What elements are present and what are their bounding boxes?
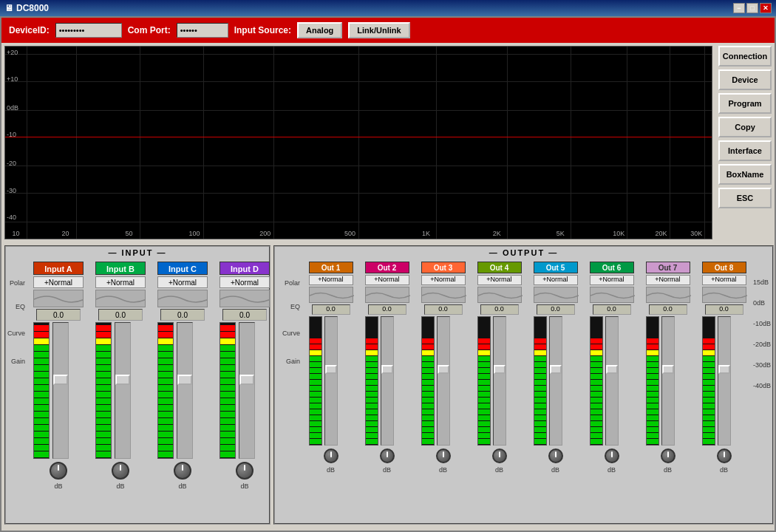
- com-port-input[interactable]: [177, 23, 228, 38]
- input-d-eq: [219, 290, 270, 307]
- out-5-fader[interactable]: [549, 316, 562, 446]
- input-a-fader-handle[interactable]: [53, 375, 68, 385]
- out-6-name[interactable]: Out 6: [590, 262, 634, 273]
- out-1-db-label: dB: [327, 466, 335, 474]
- input-a-name[interactable]: Input A: [33, 262, 84, 275]
- out-3-fader-handle[interactable]: [438, 365, 449, 374]
- out-6-fader-handle[interactable]: [606, 365, 618, 374]
- out-3-polar[interactable]: +Normal: [421, 275, 466, 285]
- out-2-vu: [365, 316, 378, 446]
- device-button[interactable]: Device: [718, 69, 772, 90]
- input-b-polar[interactable]: +Normal: [95, 276, 146, 288]
- input-title: — INPUT —: [7, 248, 268, 257]
- input-source-button[interactable]: Analog: [297, 22, 342, 38]
- out-5-polar[interactable]: +Normal: [534, 275, 578, 285]
- copy-button[interactable]: Copy: [718, 117, 772, 137]
- out-1-fader[interactable]: [324, 316, 338, 446]
- out-eq-label: EQ: [276, 303, 300, 310]
- out-2-db-label: dB: [383, 466, 391, 474]
- out-1-fader-handle[interactable]: [325, 365, 337, 374]
- esc-button[interactable]: ESC: [718, 188, 772, 208]
- out-2-knob[interactable]: [380, 449, 395, 463]
- out-3-vu: [421, 316, 435, 446]
- input-b-vu: [95, 322, 112, 459]
- input-d-polar[interactable]: +Normal: [219, 276, 270, 288]
- output-row-labels: Polar EQ Curve Gain: [276, 260, 303, 378]
- out-1-name[interactable]: Out 1: [309, 262, 353, 273]
- link-unlink-button[interactable]: Link/Unlink: [348, 22, 409, 38]
- out-7-polar[interactable]: +Normal: [646, 275, 690, 285]
- out-7-fader-handle[interactable]: [662, 365, 674, 374]
- out-4-name[interactable]: Out 4: [477, 262, 522, 273]
- output-channel-2: Out 2 +Normal 0.0: [359, 260, 415, 475]
- out-6-polar[interactable]: +Normal: [590, 275, 634, 285]
- out-7-name[interactable]: Out 7: [646, 262, 690, 273]
- input-b-fader[interactable]: [115, 322, 131, 459]
- input-c-fader[interactable]: [177, 322, 193, 459]
- input-b-gain: 0.0: [98, 309, 143, 321]
- out-8-fader[interactable]: [718, 316, 731, 446]
- out-7-knob[interactable]: [661, 449, 675, 463]
- out-4-knob[interactable]: [492, 449, 507, 463]
- out-8-name[interactable]: Out 8: [702, 262, 746, 273]
- input-a-gain: 0.0: [36, 309, 81, 321]
- close-button[interactable]: ✕: [760, 3, 772, 13]
- input-row-labels: Polar EQ Curve Gain: [7, 260, 28, 378]
- out-4-polar[interactable]: +Normal: [477, 275, 522, 285]
- connection-button[interactable]: Connection: [718, 46, 772, 66]
- out-8-gain: 0.0: [705, 304, 743, 315]
- out-1-polar[interactable]: +Normal: [309, 275, 353, 285]
- header-bar: DeviceID: Com Port: Input Source: Analog…: [1, 18, 775, 43]
- out-2-fader-handle[interactable]: [381, 365, 393, 374]
- input-a-knob[interactable]: [50, 462, 67, 480]
- out-2-fader[interactable]: [381, 316, 394, 446]
- out-3-name[interactable]: Out 3: [421, 262, 466, 273]
- app-title: DC8000: [16, 3, 49, 13]
- input-c-polar[interactable]: +Normal: [157, 276, 208, 288]
- out-2-name[interactable]: Out 2: [365, 262, 409, 273]
- maximize-button[interactable]: □: [746, 3, 758, 13]
- out-4-fader-handle[interactable]: [494, 365, 506, 374]
- input-d-fader-handle[interactable]: [239, 375, 254, 385]
- input-b-knob[interactable]: [112, 462, 129, 480]
- out-2-polar[interactable]: +Normal: [365, 275, 409, 285]
- out-8-fader-handle[interactable]: [718, 365, 730, 374]
- out-7-fader[interactable]: [661, 316, 675, 446]
- out-8-polar[interactable]: +Normal: [702, 275, 746, 285]
- input-c-knob[interactable]: [174, 462, 191, 480]
- title-bar: 🖥 DC8000 − □ ✕: [0, 0, 776, 16]
- out-3-knob[interactable]: [436, 449, 451, 463]
- input-b-name[interactable]: Input B: [95, 262, 146, 275]
- out-1-knob[interactable]: [324, 449, 338, 463]
- eq-label: EQ: [7, 303, 25, 310]
- out-5-fader-handle[interactable]: [550, 365, 562, 374]
- interface-button[interactable]: Interface: [718, 140, 772, 161]
- input-a-meter-fader: [33, 322, 84, 459]
- minimize-button[interactable]: −: [733, 3, 745, 13]
- out-5-name[interactable]: Out 5: [534, 262, 578, 273]
- input-a-fader[interactable]: [52, 322, 69, 459]
- input-section: — INPUT — Polar EQ Curve Gain Input A +N…: [4, 245, 270, 525]
- out-4-meter-fader: [477, 316, 522, 446]
- input-channels: Input A +Normal 0.0: [28, 260, 275, 491]
- out-3-fader[interactable]: [437, 316, 450, 446]
- out-1-gain: 0.0: [312, 304, 350, 315]
- input-a-polar[interactable]: +Normal: [33, 276, 84, 288]
- out-5-knob[interactable]: [548, 449, 563, 463]
- input-d-name[interactable]: Input D: [219, 262, 270, 275]
- boxname-button[interactable]: BoxName: [718, 164, 772, 185]
- out-4-fader[interactable]: [493, 316, 506, 446]
- input-c-name[interactable]: Input C: [157, 262, 208, 275]
- program-button[interactable]: Program: [718, 93, 772, 114]
- out-8-knob[interactable]: [717, 449, 732, 463]
- com-port-label: Com Port:: [128, 25, 171, 35]
- out-6-fader[interactable]: [605, 316, 619, 446]
- device-id-input[interactable]: [55, 23, 122, 38]
- input-c-fader-handle[interactable]: [177, 375, 192, 385]
- input-b-fader-handle[interactable]: [115, 375, 130, 385]
- input-a-vu: [33, 322, 50, 459]
- input-d-knob[interactable]: [236, 462, 253, 480]
- out-6-knob[interactable]: [605, 449, 619, 463]
- input-d-fader[interactable]: [239, 322, 255, 459]
- out-1-eq: [309, 287, 353, 303]
